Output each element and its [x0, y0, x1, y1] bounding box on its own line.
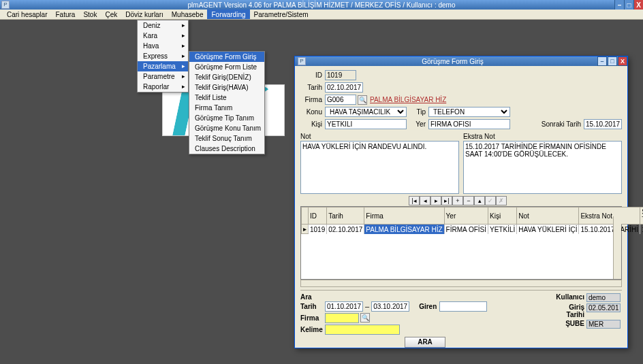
search-giren-field[interactable]: [439, 301, 487, 312]
kullanici-label: Kullanıcı: [554, 293, 586, 302]
submenu-gorusme-form-giris[interactable]: Görüşme Form Giriş: [189, 52, 264, 62]
nav-first-button[interactable]: |◂: [409, 196, 420, 205]
grid-cell-id: 1019: [309, 225, 327, 234]
konu-label: Konu: [300, 108, 322, 116]
main-titlebar: P plmAGENT Version 4.06 for PALMA BİLİŞİ…: [0, 0, 643, 10]
menubar: Cari hesaplar Fatura Stok Çek Döviz kurl…: [0, 10, 643, 20]
forwarding-submenu: Deniz Kara Hava Express Pazarlama Parame…: [137, 20, 189, 93]
grid-header-tarih[interactable]: Tarih: [327, 208, 364, 225]
modal-titlebar: P Görüşme Form Giriş – □ X: [295, 56, 627, 66]
grid-cell-yer: FİRMA OFİSİ: [444, 225, 488, 234]
grid-cell-not: HAVA YÜKLERİ İÇİ: [517, 225, 579, 234]
submenu-firma-tanim[interactable]: Firma Tanım: [189, 103, 264, 113]
id-field[interactable]: [325, 70, 356, 80]
nav-delete-button[interactable]: −: [463, 196, 474, 205]
menu-cari-hesaplar[interactable]: Cari hesaplar: [3, 10, 51, 19]
search-kelime-label: Kelime: [300, 326, 325, 333]
ekstra-not-label: Ekstra Not: [463, 133, 622, 140]
gorusme-form-window: P Görüşme Form Giriş – □ X ID Tarih Firm…: [294, 56, 628, 348]
submenu-raporlar[interactable]: Raporlar: [138, 82, 188, 92]
submenu-teklif-liste[interactable]: Teklif Liste: [189, 93, 264, 103]
grid-header-not[interactable]: Not: [517, 208, 579, 225]
search-tarih-to[interactable]: [371, 301, 409, 312]
records-grid[interactable]: ID Tarih Firma Yer Kişi Not Ekstra Not S…: [300, 206, 622, 280]
grid-vscrollbar[interactable]: [613, 216, 621, 279]
menu-doviz[interactable]: Döviz kurları: [121, 10, 168, 19]
yer-field[interactable]: [428, 119, 510, 129]
menu-cek[interactable]: Çek: [101, 10, 121, 19]
id-label: ID: [300, 71, 322, 79]
firma-link[interactable]: PALMA BİLGİSAYAR HİZ: [370, 96, 446, 103]
grid-header-sonraki[interactable]: Sonraki Tarih: [640, 208, 643, 225]
grid-header-ekstra[interactable]: Ekstra Not: [579, 208, 640, 225]
grid-hscrollbar[interactable]: [300, 280, 622, 287]
submenu-teklif-giris-deniz[interactable]: Teklif Giriş(DENİZ): [189, 72, 264, 82]
submenu-parametre[interactable]: Parametre: [138, 71, 188, 82]
search-giren-label: Giren: [419, 303, 437, 310]
menu-forwarding[interactable]: Forwarding: [207, 10, 249, 19]
not-label: Not: [300, 133, 459, 140]
tarih-label: Tarih: [300, 84, 322, 91]
menu-stok[interactable]: Stok: [79, 10, 101, 19]
submenu-teklif-giris-hava[interactable]: Teklif Giriş(HAVA): [189, 82, 264, 93]
grid-header-yer[interactable]: Yer: [444, 208, 488, 225]
ekstra-not-textarea[interactable]: 15.10.2017 TARİHİNDE FİRMANIN OFİSİNDE S…: [463, 141, 622, 194]
search-tarih-from[interactable]: [325, 301, 363, 312]
kisi-field[interactable]: [325, 119, 407, 129]
submenu-gorusme-konu-tanim[interactable]: Görüşme Konu Tanım: [189, 123, 264, 133]
nav-next-button[interactable]: ▸: [430, 196, 441, 205]
firma-lookup-icon[interactable]: 🔍: [358, 95, 367, 105]
yer-label: Yer: [411, 120, 426, 128]
submenu-clauses-description[interactable]: Clauses Description: [189, 144, 264, 154]
search-firma-field[interactable]: [325, 313, 359, 323]
submenu-gorusme-form-liste[interactable]: Görüşme Form Liste: [189, 62, 264, 72]
modal-minimize-button[interactable]: –: [597, 56, 607, 66]
record-navigator: |◂ ◂ ▸ ▸| + − ▴ ✓ ✗: [295, 196, 627, 205]
submenu-deniz[interactable]: Deniz: [138, 20, 188, 31]
search-firma-label: Firma: [300, 314, 325, 322]
grid-header-id[interactable]: ID: [309, 208, 327, 225]
submenu-hava[interactable]: Hava: [138, 41, 188, 51]
firma-field[interactable]: [325, 95, 356, 105]
submenu-pazarlama[interactable]: Pazarlama: [138, 61, 188, 71]
menu-parametre[interactable]: Parametre/Sistem: [250, 10, 313, 19]
grid-header-marker: [302, 208, 309, 225]
modal-close-button[interactable]: X: [618, 56, 627, 66]
tip-select[interactable]: TELEFON: [428, 107, 510, 117]
submenu-gorusme-tip-tanim[interactable]: Görüşme Tip Tanım: [189, 113, 264, 123]
modal-maximize-button[interactable]: □: [608, 56, 617, 66]
nav-last-button[interactable]: ▸|: [441, 196, 452, 205]
search-tarih-label: Tarih: [300, 303, 325, 310]
titlebar-text: plmAGENT Version 4.06 for PALMA BİLİŞİM …: [188, 1, 456, 9]
nav-prev-button[interactable]: ◂: [420, 196, 430, 205]
nav-add-button[interactable]: +: [452, 196, 463, 205]
grid-cell-sonraki: 15.10.2017: [640, 225, 643, 234]
sonraki-tarih-field[interactable]: [584, 119, 622, 129]
grid-cell-kisi: YETKİLİ: [488, 225, 517, 234]
nav-save-button[interactable]: ✓: [485, 196, 496, 205]
nav-cancel-button[interactable]: ✗: [496, 196, 507, 205]
submenu-express[interactable]: Express: [138, 51, 188, 61]
menu-muhasebe[interactable]: Muhasebe: [168, 10, 208, 19]
submenu-kara[interactable]: Kara: [138, 31, 188, 41]
close-button[interactable]: X: [633, 0, 643, 10]
tarih-field[interactable]: [325, 82, 363, 93]
minimize-button[interactable]: –: [614, 0, 624, 10]
grid-header-firma[interactable]: Firma: [364, 208, 444, 225]
search-firma-lookup-icon[interactable]: 🔍: [360, 313, 370, 322]
not-textarea[interactable]: HAVA YÜKLERİ İÇİN RANDEVU ALINDI.: [300, 141, 459, 194]
tip-label: Tip: [411, 108, 426, 116]
kisi-label: Kişi: [300, 120, 322, 128]
nav-edit-button[interactable]: ▴: [474, 196, 485, 205]
ara-button[interactable]: ARA: [405, 337, 445, 348]
search-kelime-field[interactable]: [325, 325, 400, 335]
firma-label: Firma: [300, 96, 322, 103]
submenu-teklif-sonuc-tanim[interactable]: Teklif Sonuç Tanım: [189, 133, 264, 144]
grid-header-kisi[interactable]: Kişi: [488, 208, 517, 225]
grid-cell-ekstra: 15.10.2017 TARİHİ: [579, 225, 640, 234]
grid-row[interactable]: ▸ 1019 02.10.2017 PALMA BİLGİSAYAR HİZ F…: [302, 225, 644, 234]
konu-select[interactable]: HAVA TAŞIMACILIK: [325, 107, 407, 117]
menu-fatura[interactable]: Fatura: [51, 10, 79, 19]
maximize-button[interactable]: □: [624, 0, 633, 10]
grid-cell-firma: PALMA BİLGİSAYAR HİZ: [364, 225, 444, 234]
